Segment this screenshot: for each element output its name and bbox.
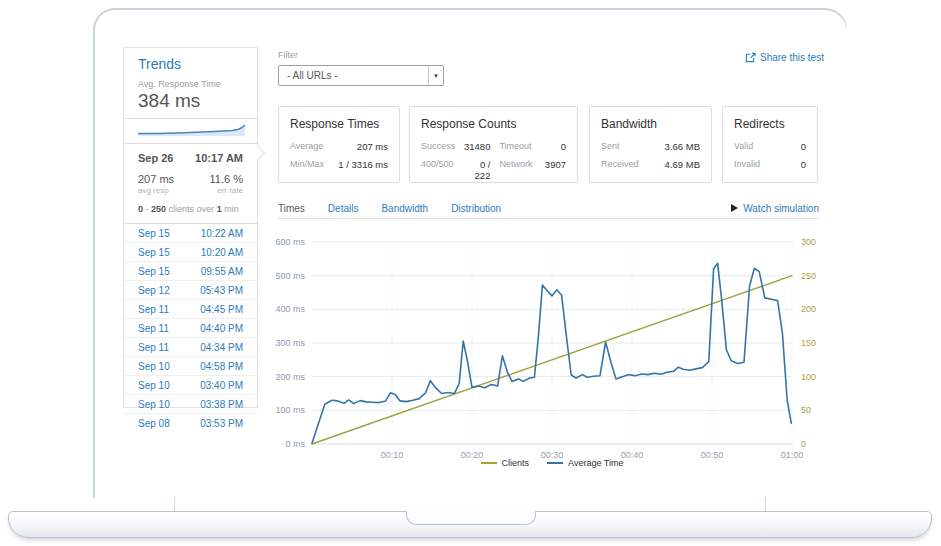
filter-selected-value: - All URLs - (287, 70, 338, 81)
sidebar-title: Trends (138, 56, 243, 72)
card-title: Bandwidth (601, 117, 700, 131)
tab-distribution[interactable]: Distribution (451, 203, 501, 214)
stat-label: Sent (601, 141, 639, 152)
run-item[interactable]: Sep 1003:40 PM (124, 376, 257, 395)
avg-response-time-value: 384 ms (138, 90, 243, 118)
card-bandwidth: Bandwidth Sent 3.66 MB Received 4.69 MB (589, 106, 712, 183)
svg-text:300 ms: 300 ms (275, 338, 305, 348)
stat-label: Min/Max (290, 159, 324, 170)
avg-response-time-label: Avg. Response Time (138, 79, 243, 89)
run-item[interactable]: Sep 1004:58 PM (124, 357, 257, 376)
share-test-link[interactable]: Share this test (745, 52, 824, 63)
selected-run[interactable]: Sep 26 10:17 AM 207 ms 11.6 % avg resp e… (124, 143, 257, 224)
url-filter-select[interactable]: - All URLs - ▼ (278, 65, 444, 86)
select-caret-box: ▼ (428, 66, 443, 85)
stat-value: 31480 (464, 141, 490, 152)
laptop-bezel: Trends Avg. Response Time 384 ms Sep 26 … (93, 8, 847, 498)
card-redirects: Redirects Valid 0 Invalid 0 (722, 106, 818, 183)
stat-value: 207 ms (324, 141, 388, 152)
legend-average-time: Average Time (547, 458, 623, 468)
stat-value: 0 (760, 141, 806, 152)
selected-run-date: Sep 26 (138, 152, 173, 164)
legend-label: Clients (502, 458, 530, 468)
stat-label: 400/500 (421, 159, 455, 181)
response-time-chart: 00:1000:2000:3000:4000:5001:000 ms100 ms… (257, 226, 829, 462)
svg-text:50: 50 (801, 405, 811, 415)
laptop-base (8, 511, 932, 538)
stat-label: Timeout (499, 141, 532, 152)
watch-simulation-label: Watch simulation (743, 203, 819, 214)
selected-run-err: 11.6 % (210, 173, 243, 185)
trends-sidebar: Trends Avg. Response Time 384 ms Sep 26 … (123, 47, 258, 408)
svg-text:100: 100 (801, 372, 816, 382)
stat-label: Network (499, 159, 532, 181)
chart-tabs: Times Details Bandwidth Distribution Wat… (278, 198, 819, 219)
stat-label: Received (601, 159, 639, 170)
svg-text:0 ms: 0 ms (285, 439, 305, 449)
run-item[interactable]: Sep 1205:43 PM (124, 281, 257, 300)
clients-line-swatch (481, 462, 497, 464)
card-title: Response Times (290, 117, 388, 131)
filter-label: Filter (278, 50, 298, 60)
svg-text:500 ms: 500 ms (275, 271, 305, 281)
stat-value: 0 (760, 159, 806, 170)
share-label: Share this test (760, 52, 824, 63)
tab-bandwidth[interactable]: Bandwidth (381, 203, 428, 214)
share-icon (745, 52, 756, 63)
svg-text:300: 300 (801, 237, 816, 247)
card-title: Redirects (734, 117, 806, 131)
stat-value: 3.66 MB (639, 141, 700, 152)
svg-text:400 ms: 400 ms (275, 304, 305, 314)
stat-value: 0 / 222 (464, 159, 490, 181)
play-icon (731, 204, 738, 212)
clients-summary: 0 - 250 clients over 1 min (138, 204, 243, 214)
run-item[interactable]: Sep 1104:40 PM (124, 319, 257, 338)
stat-value: 3907 (541, 159, 566, 181)
run-item[interactable]: Sep 0803:53 PM (124, 414, 257, 433)
average-time-line-swatch (547, 462, 563, 464)
legend-label: Average Time (568, 458, 623, 468)
stat-value: 1 / 3316 ms (324, 159, 388, 170)
svg-text:100 ms: 100 ms (275, 405, 305, 415)
run-item[interactable]: Sep 1510:20 AM (124, 243, 257, 262)
app-screen: Trends Avg. Response Time 384 ms Sep 26 … (97, 12, 847, 498)
watch-simulation-link[interactable]: Watch simulation (731, 203, 819, 214)
svg-text:250: 250 (801, 271, 816, 281)
svg-text:600 ms: 600 ms (275, 237, 305, 247)
selected-run-avg: 207 ms (138, 173, 174, 185)
run-item[interactable]: Sep 1510:22 AM (124, 224, 257, 243)
stat-label: Valid (734, 141, 760, 152)
page: Trends Avg. Response Time 384 ms Sep 26 … (0, 0, 941, 546)
trend-sparkline (124, 121, 259, 137)
card-response-counts: Response Counts Success 31480 Timeout 0 … (409, 106, 578, 183)
err-rate-label: err rate (217, 186, 243, 195)
stat-label: Invalid (734, 159, 760, 170)
card-title: Response Counts (421, 117, 566, 131)
laptop-notch (406, 511, 536, 525)
run-item[interactable]: Sep 1104:34 PM (124, 338, 257, 357)
stat-label: Success (421, 141, 455, 152)
legend-clients: Clients (481, 458, 530, 468)
run-item[interactable]: Sep 1104:45 PM (124, 300, 257, 319)
selected-run-pointer (251, 146, 265, 160)
run-history-list: Sep 1510:22 AM Sep 1510:20 AM Sep 1509:5… (124, 224, 257, 433)
run-item[interactable]: Sep 1509:55 AM (124, 262, 257, 281)
chart-legend: Clients Average Time (312, 458, 792, 468)
card-response-times: Response Times Average 207 ms Min/Max 1 … (278, 106, 400, 183)
svg-text:0: 0 (801, 439, 806, 449)
svg-text:200 ms: 200 ms (275, 372, 305, 382)
svg-text:200: 200 (801, 304, 816, 314)
svg-text:150: 150 (801, 338, 816, 348)
run-item[interactable]: Sep 1003:38 PM (124, 395, 257, 414)
chevron-down-icon: ▼ (433, 73, 439, 79)
tab-details[interactable]: Details (328, 203, 359, 214)
stat-label: Average (290, 141, 324, 152)
stat-value: 0 (541, 141, 566, 152)
tab-times[interactable]: Times (278, 203, 305, 214)
stat-value: 4.69 MB (639, 159, 700, 170)
avg-resp-label: avg resp (138, 186, 169, 195)
selected-run-time: 10:17 AM (195, 152, 243, 164)
